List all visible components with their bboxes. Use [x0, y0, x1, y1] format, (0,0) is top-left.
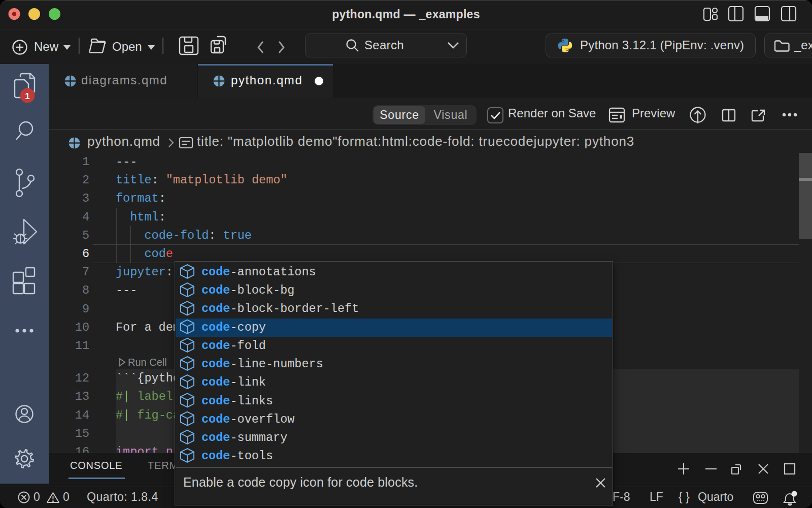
svg-text:1: 1: [25, 91, 29, 101]
